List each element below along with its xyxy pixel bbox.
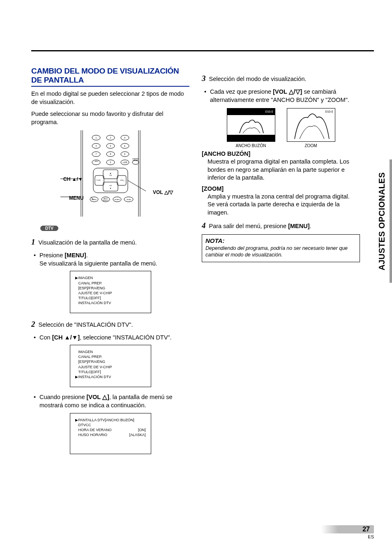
left-column: CAMBIO DEL MODO DE VISUALIZACIÓN DE PANT…: [31, 66, 189, 460]
svg-text:CH: CH: [109, 174, 112, 176]
tv-examples: D10-0 ANCHO BUZÓN D10-0: [202, 108, 360, 148]
step-num-1: 1: [31, 238, 35, 246]
remote-svg: 123 456 789 0+100 –/ENT CHANNEL RECALL: [57, 130, 164, 217]
s2b-pre: Con: [39, 334, 52, 341]
dtv-pill: DTV: [40, 226, 58, 231]
svg-text:MENU: MENU: [92, 199, 97, 201]
svg-text:SLEEP: SLEEP: [114, 199, 120, 201]
right-column: 3 Selección del modo de visualización. C…: [202, 66, 360, 460]
ancho-heading: [ANCHO BUZÓN]: [202, 150, 360, 157]
ancho-body: Muestra el programa digital en pantalla …: [208, 158, 360, 182]
flower-icon: [291, 110, 332, 141]
menu-screen-1: ▶IMAGENCANAL PREP.[ESP]/FRA/ENGAJUSTE DE…: [70, 271, 151, 313]
s1b-bold: [MENU]: [65, 252, 86, 259]
two-columns: CAMBIO DEL MODO DE VISUALIZACIÓN DE PANT…: [31, 66, 360, 460]
step-3: 3 Selección del modo de visualización.: [202, 73, 360, 84]
tv-zoom: D10-0 ZOOM: [287, 108, 335, 148]
page-footer: 27 ES: [338, 525, 374, 539]
intro-para-1: En el modo digital se pueden seleccionar…: [31, 90, 189, 106]
side-tab: AJUSTES OPCIONALES: [374, 159, 392, 283]
step-2-bullet-2: Cuando presione [VOL △], la pantalla de …: [31, 393, 189, 410]
svg-text:▼: ▼: [109, 187, 111, 189]
step-4: 4 Para salir del menú, presione [MENU].: [202, 220, 360, 231]
s3b-pre: Cada vez que presione: [210, 88, 273, 95]
intro-para-2: Puede seleccionar su modo favorito y dis…: [31, 110, 189, 126]
tv-ancho-ch: D10-0: [265, 110, 273, 113]
zoom-l2: Se verá cortada la parte derecha e izqui…: [208, 201, 340, 216]
s1b-post: .: [86, 252, 88, 259]
tv-ancho-caption: ANCHO BUZÓN: [227, 143, 275, 148]
step-2-text: Selección de "INSTALACIÓN DTV".: [39, 321, 133, 328]
s4-pre: Para salir del menú, presione: [209, 223, 288, 229]
note-body: Dependiendo del programa, podría no ser …: [205, 245, 356, 259]
menu-screen-2: IMAGENCANAL PREP.[ESP]/FRA/ENGAJUSTE DE …: [70, 345, 151, 387]
svg-text:123
            456
          : 123 456 789 0+100: [95, 136, 127, 164]
page: AJUSTES OPCIONALES CAMBIO DEL MODO DE VI…: [0, 0, 392, 554]
svg-text:SELECT: SELECT: [103, 200, 108, 201]
page-number: 27: [338, 525, 374, 533]
step-3-bullet: Cada vez que presione [VOL △/▽] se cambi…: [202, 88, 360, 104]
s4-post: .: [310, 223, 311, 229]
svg-text:GUÍA: GUÍA: [127, 199, 131, 201]
step-3-text: Selección del modo de visualización.: [209, 76, 307, 82]
callout-ch: CH ▲/▼: [63, 176, 83, 182]
s2b2-bold: [VOL △]: [86, 394, 109, 400]
step-num-2: 2: [31, 320, 35, 328]
s1b-next: Se visualizará la siguiente pantalla de …: [39, 260, 157, 267]
note-box: NOTA: Dependiendo del programa, podría n…: [202, 234, 360, 262]
svg-text:VOL△: VOL△: [120, 179, 125, 181]
s2b2-pre: Cuando presione: [39, 394, 86, 400]
remote-diagram: CH ▲/▼ MENU VOL △/▽ 123 456: [31, 130, 189, 221]
s2b-bold: [CH ▲/▼]: [52, 334, 80, 341]
page-lang: ES: [338, 534, 374, 539]
flower-icon: [231, 117, 272, 135]
step-1-bullet: Presione [MENU]. Se visualizará la sigui…: [31, 251, 189, 268]
svg-rect-19: [103, 182, 118, 191]
step-1-text: Visualización de la pantalla de menú.: [39, 239, 137, 246]
tv-ancho: D10-0 ANCHO BUZÓN: [227, 108, 275, 148]
s3b-bold: [VOL △/▽]: [273, 88, 302, 95]
step-num-3: 3: [202, 74, 206, 83]
svg-text:–/ENT: –/ENT: [94, 160, 99, 162]
top-rule: [31, 50, 374, 51]
tv-zoom-caption: ZOOM: [287, 143, 335, 148]
step-2: 2 Selección de "INSTALACIÓN DTV".: [31, 319, 189, 330]
zoom-l1: Amplia y muestra la zona central del pro…: [208, 193, 350, 200]
step-2-bullet-1: Con [CH ▲/▼], seleccione "INSTALACIÓN DT…: [31, 333, 189, 342]
step-num-4: 4: [202, 221, 206, 230]
s4-bold: [MENU]: [288, 223, 309, 229]
menu-screen-3: ▶PANTALLA DTV[ANCHO BUZÓN]DTVCCHORA DE V…: [70, 413, 151, 455]
zoom-heading: [ZOOM]: [202, 185, 360, 192]
callout-menu: MENU: [69, 195, 83, 201]
zoom-body: Amplia y muestra la zona central del pro…: [208, 193, 360, 217]
step-1: 1 Visualización de la pantalla de menú.: [31, 237, 189, 248]
svg-text:▽VOL: ▽VOL: [96, 179, 101, 181]
note-title: NOTA:: [205, 237, 356, 244]
s1b-pre: Presione: [39, 252, 65, 259]
s2b-post: , seleccione "INSTALACIÓN DTV".: [80, 334, 172, 341]
svg-text:RECALL: RECALL: [133, 160, 138, 162]
svg-text:CH: CH: [109, 185, 112, 187]
svg-line-42: [128, 180, 146, 191]
section-heading: CAMBIO DEL MODO DE VISUALIZACIÓN DE PANT…: [31, 66, 189, 87]
callout-vol: VOL △/▽: [153, 189, 173, 195]
